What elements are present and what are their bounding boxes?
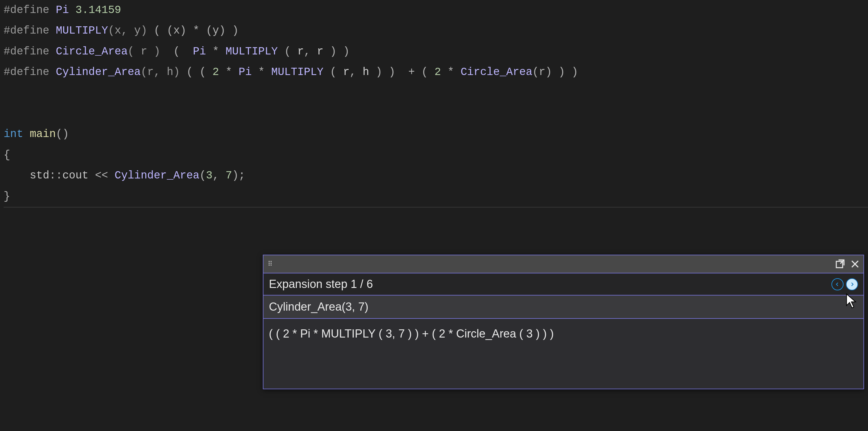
keyword: int [4,128,23,140]
preproc-keyword: #define [4,4,49,16]
macro-expansion-body: ( ( 2 * Pi * MULTIPLY ( 3, 7 ) ) + ( 2 *… [264,319,864,389]
popout-icon[interactable] [834,259,845,269]
number-literal: 3.14159 [75,4,121,16]
macro-name: Cylinder_Area [56,66,141,78]
editor-end-line [4,207,868,207]
code-line: #define Cylinder_Area(r, h) ( ( 2 * Pi *… [4,62,868,83]
step-prev-button[interactable] [832,278,843,290]
code-line: int main() [4,124,868,145]
macro-name: Circle_Area [56,46,128,58]
function-name: main [23,128,56,140]
macro-params: ( r ) [127,46,160,58]
macro-params: (x, y) [108,25,148,37]
code-editor[interactable]: #define Pi 3.14159 #define MULTIPLY(x, y… [0,0,868,207]
code-line: { [4,145,868,166]
code-line: #define MULTIPLY(x, y) ( (x) * (y) ) [4,21,868,41]
macro-params: (r, h) [141,66,180,78]
code-line: #define Circle_Area( r ) ( Pi * MULTIPLY… [4,41,868,62]
preproc-keyword: #define [4,25,49,37]
popup-titlebar-actions [834,259,861,269]
blank-line [4,104,868,124]
popup-titlebar[interactable]: ⠿ [264,255,864,274]
macro-call-row: Cylinder_Area(3, 7) [264,295,864,319]
macro-expansion-popup: ⠿ Expansion step 1 / 6 [263,255,864,389]
close-icon[interactable] [849,259,861,269]
expansion-text: ( ( 2 * Pi * MULTIPLY ( 3, 7 ) ) + ( 2 *… [269,327,554,340]
popup-grip-icon[interactable]: ⠿ [267,260,273,268]
code-line: std::cout << Cylinder_Area(3, 7); [4,166,868,186]
step-next-button[interactable] [846,278,858,290]
blank-line [4,83,868,104]
code-line: } [4,186,868,207]
preproc-keyword: #define [4,46,49,58]
step-nav [832,278,858,290]
preproc-keyword: #define [4,66,49,78]
macro-call-text: Cylinder_Area(3, 7) [269,300,368,313]
popup-step-header: Expansion step 1 / 6 [264,274,864,295]
step-label: Expansion step 1 / 6 [269,278,373,291]
macro-name: MULTIPLY [56,25,108,37]
code-line: #define Pi 3.14159 [4,0,868,21]
macro-name: Pi [56,4,69,16]
